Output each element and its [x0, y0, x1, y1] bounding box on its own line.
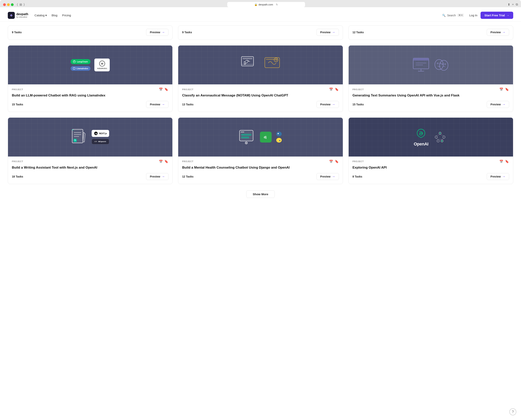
wikipedia-graphic: W WIKIPEDIA [94, 59, 110, 71]
openai-logo-graphic [415, 128, 427, 139]
openai-graphic: OpenAI [414, 128, 428, 147]
navbar: devpath by educative Catalog ▾ Blog Pric… [0, 9, 521, 22]
minimize-button[interactable] [7, 3, 10, 6]
share-icon[interactable]: ⬆ [508, 3, 510, 7]
bookmark-icon[interactable]: 🔖 [164, 88, 169, 91]
card-2: G PROJECT 📅 🔖 Classify an Aeronautical M… [178, 45, 343, 112]
close-button[interactable] [3, 3, 6, 6]
card-2-body: PROJECT 📅 🔖 Classify an Aeronautical Mes… [178, 84, 343, 112]
tabs-icon[interactable]: ⧉ [516, 3, 518, 7]
search-button[interactable]: 🔍 Search ⌘ K [440, 12, 466, 18]
top-card-1: 9 Tasks Preview → [8, 25, 173, 40]
calendar-icon[interactable]: 📅 [329, 160, 333, 163]
main-content: 9 Tasks Preview → 9 Tasks Preview → 12 T… [0, 22, 521, 206]
card-6-preview-button[interactable]: Preview → [487, 173, 509, 180]
card-3-footer: 15 Tasks Preview → [352, 101, 509, 108]
reload-icon[interactable]: ↻ [276, 3, 278, 6]
calendar-icon[interactable]: 📅 [159, 88, 163, 91]
nav-links: Catalog ▾ Blog Pricing [34, 14, 71, 17]
logo-name: devpath [16, 12, 28, 16]
top-card-1-preview[interactable]: Preview → [146, 29, 169, 36]
svg-point-47 [276, 138, 282, 142]
new-tab-icon[interactable]: + [512, 3, 514, 7]
svg-rect-40 [243, 132, 244, 132]
search-shortcut: ⌘ K [457, 14, 464, 17]
card-3-image-content [349, 53, 513, 77]
calendar-icon[interactable]: 📅 [159, 160, 163, 163]
svg-point-63 [441, 140, 443, 142]
back-button[interactable]: ⟨ [17, 3, 18, 7]
bookmark-icon[interactable]: 🔖 [164, 160, 169, 163]
top-card-3-tasks: 12 Tasks [352, 31, 364, 34]
top-card-2-preview[interactable]: Preview → [316, 29, 339, 36]
card-1-body: PROJECT 📅 🔖 Build an LLM-powered Chatbot… [8, 84, 172, 112]
card-6-body: PROJECT 📅 🔖 Exploring OpenAI API 8 Tasks… [349, 157, 513, 184]
card-3-image [349, 45, 513, 84]
card-5-image-content: dj [178, 125, 343, 149]
card-4-image: N▶ NEXT.js API ⊕OpenAI [8, 118, 172, 157]
django-badge: dj [260, 132, 272, 142]
svg-point-26 [442, 64, 443, 65]
card-2-footer: 13 Tasks Preview → [182, 101, 339, 108]
card-5-type: PROJECT 📅 🔖 [182, 160, 339, 163]
maximize-button[interactable] [11, 3, 14, 6]
traffic-lights [3, 3, 14, 6]
svg-text:W: W [101, 62, 103, 65]
show-more-button[interactable]: Show More [246, 190, 275, 198]
calendar-icon[interactable]: 📅 [499, 160, 504, 163]
svg-point-62 [439, 133, 441, 134]
card-5: dj PROJECT 📅 🔖 [178, 117, 343, 184]
card-1-preview-button[interactable]: Preview → [146, 101, 169, 108]
top-card-1-tasks: 9 Tasks [12, 31, 22, 34]
bookmark-icon[interactable]: 🔖 [335, 88, 339, 91]
bookmark-icon[interactable]: 🔖 [335, 160, 339, 163]
svg-rect-16 [413, 58, 429, 60]
search-icon: 🔍 [442, 14, 445, 17]
sidebar-toggle[interactable]: ⊞ [19, 3, 22, 7]
forward-button[interactable]: ⟩ [23, 3, 25, 7]
address-bar[interactable]: 🔒 devpath.com ↻ [227, 2, 305, 7]
svg-text:G: G [276, 59, 277, 61]
preview-arrow-icon: → [332, 30, 335, 34]
card-4-actions: 📅 🔖 [159, 160, 169, 163]
card-5-actions: 📅 🔖 [329, 160, 339, 163]
svg-point-25 [439, 60, 448, 70]
card-3: PROJECT 📅 🔖 Generating Text Summaries Us… [348, 45, 513, 112]
nextjs-badge: N▶ NEXT.js [92, 130, 109, 137]
bookmark-icon[interactable]: 🔖 [505, 88, 509, 91]
card-3-preview-button[interactable]: Preview → [487, 101, 509, 108]
login-button[interactable]: Log In [466, 12, 481, 18]
card-3-type: PROJECT 📅 🔖 [352, 88, 509, 91]
card-4-type: PROJECT 📅 🔖 [12, 160, 169, 163]
card-4-preview-button[interactable]: Preview → [146, 173, 169, 180]
blog-link[interactable]: Blog [52, 14, 57, 17]
card-2-image: G [178, 45, 343, 84]
theater-masks-graphic [434, 57, 449, 73]
bookmark-icon[interactable]: 🔖 [505, 160, 509, 163]
card-4-image-content: N▶ NEXT.js API ⊕OpenAI [8, 124, 172, 150]
pricing-link[interactable]: Pricing [62, 14, 71, 17]
arrow-icon: → [502, 103, 506, 106]
top-card-2: 9 Tasks Preview → [178, 25, 343, 40]
top-card-3-preview[interactable]: Preview → [487, 29, 509, 36]
card-2-preview-button[interactable]: Preview → [316, 101, 339, 108]
logo[interactable]: devpath by educative [8, 12, 28, 19]
preview-arrow-icon: → [162, 30, 165, 34]
card-1-tasks: 15 Tasks [12, 103, 23, 106]
trial-button[interactable]: Start Free Trial → [481, 12, 513, 19]
svg-text:dj: dj [264, 135, 267, 139]
calendar-icon[interactable]: 📅 [329, 88, 333, 91]
logo-icon [8, 12, 15, 19]
card-5-preview-button[interactable]: Preview → [316, 173, 339, 180]
catalog-link[interactable]: Catalog ▾ [34, 14, 47, 17]
card-2-image-content: G [178, 52, 343, 78]
chatbot-graphic [238, 129, 256, 145]
card-1-actions: 📅 🔖 [159, 88, 169, 91]
calendar-icon[interactable]: 📅 [499, 88, 504, 91]
card-2-type: PROJECT 📅 🔖 [182, 88, 339, 91]
arrow-icon: → [502, 175, 506, 178]
card-4-body: PROJECT 📅 🔖 Build a Writing Assistant To… [8, 157, 172, 184]
arrow-icon: → [162, 175, 165, 178]
svg-point-46 [276, 132, 282, 136]
nextjs-openai-badges: N▶ NEXT.js API ⊕OpenAI [92, 130, 109, 144]
